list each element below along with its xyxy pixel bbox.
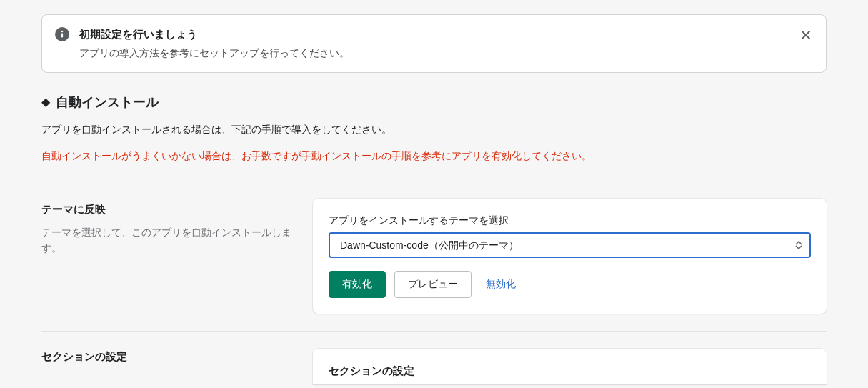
disable-button[interactable]: 無効化 — [480, 272, 522, 297]
divider — [41, 181, 827, 181]
auto-install-description: アプリを自動インストールされる場合は、下記の手順で導入をしてください。 — [41, 122, 827, 137]
theme-reflect-row: テーマに反映 テーマを選択して、このアプリを自動インストールします。 アプリをイ… — [41, 199, 827, 314]
close-banner-button[interactable] — [797, 26, 814, 46]
close-icon — [800, 32, 812, 43]
theme-reflect-description: テーマを選択して、このアプリを自動インストールします。 — [41, 224, 299, 257]
divider — [41, 331, 827, 332]
section-settings-info: セクションの設定 — [41, 349, 299, 365]
section-settings-left-title: セクションの設定 — [41, 349, 299, 365]
theme-select-card: アプリをインストールするテーマを選択 Dawn-Custom-code（公開中の… — [313, 199, 827, 314]
banner-description: アプリの導入方法を参考にセットアップを行ってください。 — [79, 46, 813, 61]
info-icon — [55, 27, 69, 41]
theme-reflect-info: テーマに反映 テーマを選択して、このアプリを自動インストールします。 — [41, 199, 299, 257]
section-settings-card-title: セクションの設定 — [329, 363, 811, 379]
auto-install-heading: ◆ 自動インストール — [41, 93, 827, 112]
setup-banner: 初期設定を行いましょう アプリの導入方法を参考にセットアップを行ってください。 — [41, 14, 827, 73]
auto-install-heading-text: 自動インストール — [56, 93, 159, 112]
banner-title: 初期設定を行いましょう — [79, 26, 813, 43]
svg-rect-2 — [61, 34, 63, 38]
theme-select[interactable]: Dawn-Custom-code（公開中のテーマ） — [329, 232, 811, 258]
theme-select-wrapper: Dawn-Custom-code（公開中のテーマ） — [329, 232, 811, 258]
diamond-icon: ◆ — [41, 94, 50, 111]
theme-select-label: アプリをインストールするテーマを選択 — [329, 213, 811, 228]
enable-button[interactable]: 有効化 — [329, 271, 386, 298]
banner-content: 初期設定を行いましょう アプリの導入方法を参考にセットアップを行ってください。 — [79, 26, 813, 61]
svg-point-1 — [61, 31, 64, 33]
theme-button-row: 有効化 プレビュー 無効化 — [329, 271, 811, 298]
preview-button[interactable]: プレビュー — [394, 271, 472, 298]
section-settings-row: セクションの設定 セクションの設定 — [41, 349, 827, 385]
theme-reflect-title: テーマに反映 — [41, 202, 299, 218]
section-settings-card: セクションの設定 — [313, 349, 827, 385]
auto-install-warning: 自動インストールがうまくいかない場合は、お手数ですが手動インストールの手順を参考… — [41, 149, 827, 164]
